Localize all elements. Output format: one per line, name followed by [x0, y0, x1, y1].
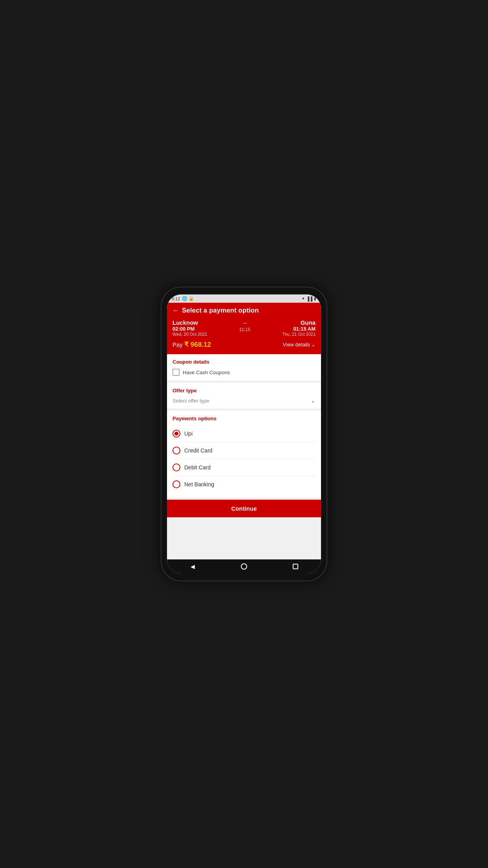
debit-card-label: Debit Card [184, 464, 211, 471]
battery-icon: ▮ [314, 296, 316, 301]
upi-radio-inner [174, 432, 178, 436]
pay-amount: ₹ 968.12 [184, 341, 211, 348]
nav-recent-icon [293, 564, 298, 569]
debit-card-radio[interactable] [172, 463, 180, 471]
wifi-icon: ▾ [302, 296, 305, 301]
journey-from: Lucknow 02:00 PM Wed, 20 Oct 2021 [172, 319, 207, 337]
arrival-date: Thu, 21 Oct 2021 [282, 332, 316, 337]
departure-date: Wed, 20 Oct 2021 [172, 332, 207, 337]
continue-button[interactable]: Continue [167, 500, 321, 517]
nav-recent-button[interactable] [292, 563, 299, 570]
coupon-row: Have Cash Coupons [172, 369, 316, 376]
to-city: Guna [301, 319, 316, 326]
departure-time: 02:00 PM [172, 326, 207, 332]
nav-home-icon [241, 563, 247, 570]
signal-icon: ▐▐ [306, 296, 312, 301]
status-bar: 8:12 🌐 🔒 ▾ ▐▐ ▮ [167, 294, 321, 303]
view-details-chevron: ⌄ [311, 342, 316, 348]
pay-info: Pay ₹ 968.12 [172, 340, 211, 349]
view-details-label: View details [283, 342, 310, 348]
from-city: Lucknow [172, 319, 207, 326]
credit-card-label: Credit Card [184, 447, 213, 454]
offer-section-title: Offer type [172, 388, 316, 394]
nav-back-button[interactable]: ◀ [189, 563, 196, 570]
coupon-section-title: Coupon details [172, 359, 316, 365]
page-title: Select a payment option [182, 307, 259, 314]
cash-coupons-checkbox[interactable] [172, 369, 180, 376]
net-banking-label: Net Banking [184, 481, 214, 487]
offer-chevron-icon: ⌄ [311, 397, 316, 404]
journey-to: Guna 01:15 AM Thu, 21 Oct 2021 [282, 319, 316, 337]
journey-row: Lucknow 02:00 PM Wed, 20 Oct 2021 → 11:1… [172, 319, 316, 337]
cash-coupons-label: Have Cash Coupons [183, 370, 230, 375]
offer-type-dropdown[interactable]: Select offer type ⌄ [172, 397, 316, 404]
phone-frame: 8:12 🌐 🔒 ▾ ▐▐ ▮ ← Select a payment optio… [161, 287, 327, 581]
app-header: ← Select a payment option Lucknow 02:00 … [167, 303, 321, 354]
pay-label: Pay [172, 341, 183, 348]
arrival-time: 01:15 AM [293, 326, 316, 332]
journey-middle: → 11:15 [239, 319, 250, 332]
payment-option-upi[interactable]: Upi [172, 425, 316, 442]
payment-option-credit-card[interactable]: Credit Card [172, 442, 316, 459]
payments-section: Payments options Upi Credit Card [167, 411, 321, 497]
view-details-button[interactable]: View details ⌄ [283, 342, 316, 348]
offer-section: Offer type Select offer type ⌄ [167, 383, 321, 408]
upi-label: Upi [184, 430, 193, 437]
nav-home-button[interactable] [240, 563, 248, 570]
pay-row: Pay ₹ 968.12 View details ⌄ [172, 340, 316, 349]
status-icons: 🌐 🔒 [182, 296, 194, 301]
payments-section-title: Payments options [172, 416, 316, 421]
direction-arrow: → [242, 320, 248, 326]
payment-option-net-banking[interactable]: Net Banking [172, 476, 316, 493]
back-button[interactable]: ← [172, 307, 179, 314]
status-left: 8:12 🌐 🔒 [172, 296, 194, 301]
status-time: 8:12 [172, 296, 180, 301]
offer-type-placeholder: Select offer type [172, 398, 209, 404]
nav-back-icon: ◀ [191, 563, 195, 570]
coupon-section: Coupon details Have Cash Coupons [167, 354, 321, 381]
net-banking-radio[interactable] [172, 480, 180, 488]
header-title-row: ← Select a payment option [172, 307, 316, 314]
phone-screen: 8:12 🌐 🔒 ▾ ▐▐ ▮ ← Select a payment optio… [167, 294, 321, 574]
upi-radio[interactable] [172, 430, 180, 438]
main-content: Coupon details Have Cash Coupons Offer t… [167, 354, 321, 559]
credit-card-radio[interactable] [172, 447, 180, 454]
journey-duration: 11:15 [239, 327, 250, 332]
payment-option-debit-card[interactable]: Debit Card [172, 459, 316, 476]
status-right: ▾ ▐▐ ▮ [302, 296, 316, 301]
nav-bar: ◀ [167, 559, 321, 574]
